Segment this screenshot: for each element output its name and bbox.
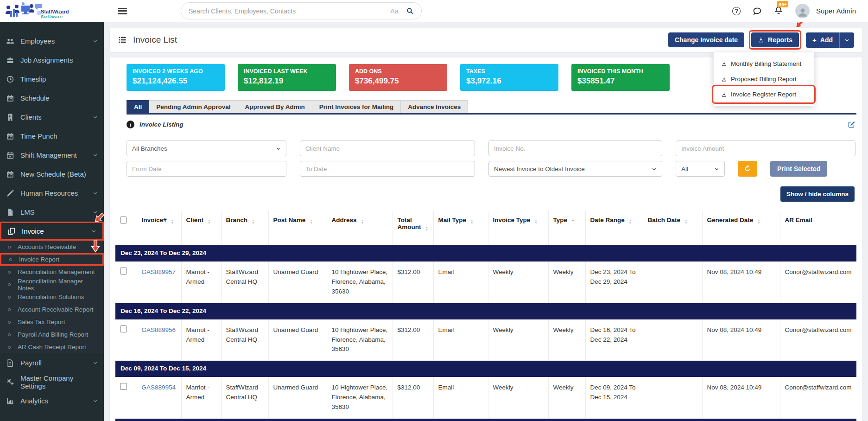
- column-header-batch-date[interactable]: Batch Date▲▼: [643, 211, 702, 245]
- column-header-mail-type[interactable]: Mail Type▲▼: [433, 211, 488, 245]
- invoice-link[interactable]: GAS889954: [142, 384, 176, 391]
- reports-menu-item-monthly-billing-statement[interactable]: Monthly Billing Statement: [714, 56, 814, 71]
- stat-value: $35851.47: [577, 77, 664, 86]
- submenu-item-reconciliation-solutions[interactable]: Reconciliation Solutions: [0, 291, 104, 303]
- bullet-circle-icon: [8, 321, 11, 324]
- page-title-text: Invoice List: [133, 35, 177, 45]
- download-icon: [721, 76, 727, 82]
- sidebar-item-job-assignments[interactable]: Job Assignments: [0, 51, 104, 70]
- cell-client: Marriot - Armed: [181, 377, 221, 418]
- submenu-item-label: Reconciliation Solutions: [18, 293, 84, 300]
- invoice-link[interactable]: GAS889957: [142, 268, 176, 275]
- user-avatar[interactable]: [795, 4, 810, 18]
- client-name-input[interactable]: [300, 140, 475, 156]
- submenu-item-ar-cash-receipt-report[interactable]: AR Cash Receipt Report: [0, 341, 104, 353]
- cell-ar-email: Conor@staffwizard.com: [780, 377, 856, 418]
- sidebar-item-payroll[interactable]: Payroll: [0, 353, 104, 372]
- submenu-item-reconciliation-management[interactable]: Reconciliation Management: [0, 266, 104, 278]
- sidebar-item-master-company-settings[interactable]: Master Company Settings: [0, 372, 104, 391]
- search-input[interactable]: [189, 7, 386, 15]
- sidebar-item-analytics[interactable]: Analytics: [0, 391, 104, 410]
- chevron-down-icon: [93, 38, 98, 44]
- submenu-item-account-receivable-report[interactable]: Account Receivable Report: [0, 303, 104, 316]
- reports-button[interactable]: Reports: [751, 32, 799, 47]
- info-icon: i: [127, 121, 134, 128]
- sort-icon: ▲▼: [534, 219, 537, 224]
- invoice-link[interactable]: GAS889956: [142, 326, 176, 333]
- tab-advance-invoices[interactable]: Advance Invoices: [401, 100, 468, 113]
- hamburger-menu-icon[interactable]: [118, 8, 127, 14]
- add-dropdown-caret[interactable]: [839, 32, 854, 48]
- stat-label: TAXES: [466, 68, 552, 75]
- notifications-bell[interactable]: 99+: [774, 6, 783, 16]
- submenu-item-reconciliation-manager-notes[interactable]: Reconciliation Manager Notes: [0, 278, 104, 291]
- submenu-item-invoice-report[interactable]: Invoice Report: [0, 253, 104, 266]
- column-header-post-name[interactable]: Post Name▲▼: [268, 211, 327, 245]
- column-header-total-amount[interactable]: Total Amount▲▼: [393, 211, 433, 245]
- submenu-item-accounts-receivable[interactable]: Accounts Receivable: [0, 241, 104, 253]
- cell-address: 10 Hightower Place, Florence, Alabama, 3…: [327, 377, 393, 418]
- row-checkbox[interactable]: [120, 325, 127, 332]
- sidebar-item-human-resources[interactable]: Human Resources: [0, 184, 104, 203]
- sort-icon: ▲▼: [208, 219, 210, 224]
- print-selected-button[interactable]: Print Selected: [770, 161, 827, 177]
- reports-menu-item-invoice-register-report[interactable]: Invoice Register Report: [714, 87, 814, 102]
- match-case-toggle[interactable]: Aa: [390, 7, 399, 15]
- row-checkbox[interactable]: [120, 383, 127, 390]
- sidebar-item-timeslip[interactable]: Timeslip: [0, 70, 104, 89]
- sidebar-item-new-schedule-beta[interactable]: New Schedule (Beta): [0, 165, 104, 184]
- search-icon[interactable]: [406, 7, 414, 15]
- row-select-cell: [115, 377, 137, 418]
- cell-generated: Nov 08, 2024 10:49: [702, 377, 780, 418]
- sort-icon: ▲▼: [310, 219, 312, 224]
- help-icon[interactable]: ?: [732, 7, 741, 15]
- submenu-item-label: Account Receivable Report: [18, 306, 94, 313]
- chat-icon[interactable]: [753, 6, 762, 16]
- sidebar-item-lms[interactable]: LMS: [0, 203, 104, 222]
- column-header-branch[interactable]: Branch▲▼: [221, 211, 268, 245]
- refresh-button[interactable]: [738, 161, 757, 177]
- column-header-generated-date[interactable]: Generated Date▲▼: [702, 211, 780, 245]
- tab-print-invoices-for-mailing[interactable]: Print Invoices for Mailing: [312, 100, 401, 113]
- column-header-address[interactable]: Address▲▼: [327, 211, 393, 245]
- select-all-checkbox[interactable]: [120, 217, 127, 223]
- tab-all[interactable]: All: [127, 100, 149, 113]
- column-header-date-range[interactable]: Date Range▲▼: [585, 211, 643, 245]
- submenu-item-sales-tax-report[interactable]: Sales Tax Report: [0, 316, 104, 328]
- sidebar-item-employees[interactable]: Employees: [0, 32, 104, 51]
- filter-bar: All Branches Newest Invoice to Oldest In…: [127, 140, 855, 177]
- to-date-input[interactable]: [300, 161, 475, 177]
- sidebar-item-time-punch[interactable]: Time Punch: [0, 127, 104, 146]
- column-header-ar-email[interactable]: AR Email: [780, 211, 856, 245]
- invoice-no-input[interactable]: [488, 140, 662, 156]
- stat-card-taxes: TAXES $3,972.16: [460, 64, 558, 91]
- tab-pending-admin-approval[interactable]: Pending Admin Approval: [149, 100, 238, 113]
- column-header-invoice-type[interactable]: Invoice Type▲▼: [488, 211, 548, 245]
- edit-icon[interactable]: [848, 121, 855, 128]
- tab-approved-by-admin[interactable]: Approved By Admin: [238, 100, 312, 113]
- reports-menu-item-proposed-billing-report[interactable]: Proposed Billing Report: [714, 71, 814, 87]
- cell-client: Marriot - Armed: [181, 319, 221, 361]
- submenu-item-label: Payroll And Billing Report: [18, 331, 88, 338]
- cell-branch: StaffWizard Central HQ: [221, 262, 268, 303]
- cell-total: $312.00: [393, 377, 433, 418]
- sidebar-item-shift-management[interactable]: Shift Management: [0, 146, 104, 165]
- invoice-amount-input[interactable]: [676, 140, 855, 156]
- status-select[interactable]: All: [676, 161, 725, 177]
- user-name[interactable]: Super Admin: [816, 7, 856, 15]
- sort-order-select[interactable]: Newest Invoice to Oldest Invoice: [488, 161, 662, 177]
- sidebar-item-schedule[interactable]: Schedule: [0, 89, 104, 108]
- row-checkbox[interactable]: [120, 268, 127, 274]
- column-header-invoice[interactable]: Invoice#▲▼: [137, 211, 181, 245]
- column-header-client[interactable]: Client▲▼: [181, 211, 221, 245]
- sidebar-item-invoice[interactable]: Invoice: [0, 222, 104, 241]
- branch-select[interactable]: All Branches: [127, 140, 286, 156]
- submenu-item-payroll-and-billing-report[interactable]: Payroll And Billing Report: [0, 328, 104, 341]
- from-date-input[interactable]: [127, 161, 286, 177]
- show-hide-columns-button[interactable]: Show / hide columns: [780, 186, 855, 202]
- column-header-type[interactable]: Type▲: [548, 211, 585, 245]
- add-button[interactable]: +Add: [806, 32, 839, 48]
- sidebar-item-clients[interactable]: Clients: [0, 108, 104, 127]
- sidebar-item-label: LMS: [20, 208, 35, 216]
- change-invoice-date-button[interactable]: Change Invoice date: [668, 32, 744, 47]
